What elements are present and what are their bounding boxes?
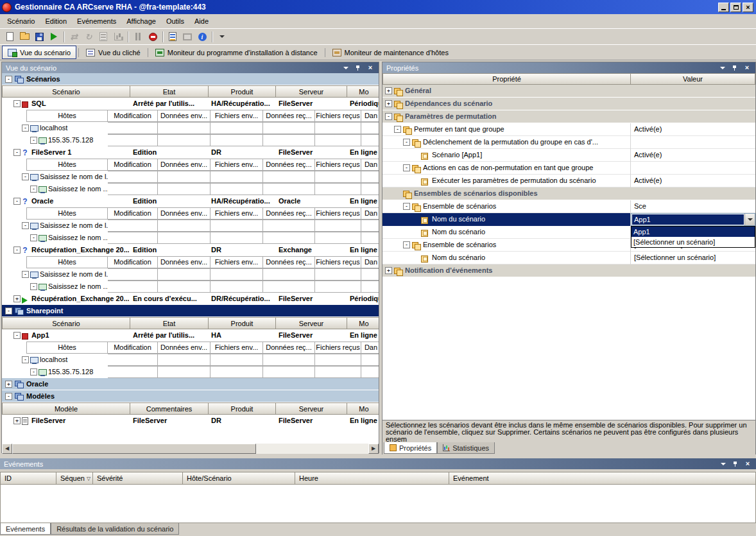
tree-row[interactable]: HôtesModificationDonnées env...Fichiers …: [2, 207, 379, 220]
tree-row[interactable]: +FileServerFileServerDRFileServerEn lign…: [2, 415, 379, 427]
tab-proprietes[interactable]: Propriétés: [384, 442, 437, 454]
tab-resultats-de-la-validation-du-scenario[interactable]: Résultats de la validation du scénario: [51, 523, 179, 535]
tree-row[interactable]: -155.35.75.128: [2, 366, 379, 378]
panel-close-button[interactable]: ×: [743, 64, 752, 72]
menu-item-aide[interactable]: Aide: [189, 15, 214, 27]
tree-row[interactable]: -Saisissez le nom ...: [2, 232, 379, 244]
panel-close-button[interactable]: ×: [366, 64, 375, 72]
suspend-button[interactable]: [131, 30, 145, 44]
property-row-nom-du-scenario[interactable]: Nom du scénarioApp1: [382, 213, 755, 226]
tree-row[interactable]: HôtesModificationDonnées env...Fichiers …: [2, 159, 379, 171]
report-center-button[interactable]: [166, 30, 180, 44]
expand-box[interactable]: -: [22, 173, 29, 180]
panel-menu-button[interactable]: [719, 460, 728, 468]
property-row-ensembles-de-scenarios-disponibles[interactable]: Ensembles de scénarios disponibles: [382, 187, 755, 200]
expand-box[interactable]: -: [13, 332, 21, 339]
tree-row[interactable]: -Scénarios: [2, 73, 379, 85]
run-button[interactable]: [47, 30, 61, 44]
expand-box[interactable]: -: [5, 393, 12, 400]
expand-box[interactable]: -: [13, 198, 21, 205]
scenario-group-oracle[interactable]: +Oracle: [2, 378, 379, 390]
expand-box[interactable]: -: [403, 164, 410, 171]
scenario-group-scenarios[interactable]: -Scénarios: [2, 73, 379, 85]
menu-item-scenario[interactable]: Scénario: [2, 15, 40, 27]
info-button[interactable]: i: [195, 30, 209, 44]
restore-button[interactable]: [730, 3, 741, 12]
scenario-group-sharepoint[interactable]: -Sharepoint: [2, 305, 379, 317]
scrollbar-thumb[interactable]: [12, 444, 256, 454]
column-header-serveur[interactable]: Serveur: [276, 317, 347, 329]
scrollbar-track[interactable]: [256, 444, 368, 454]
view-tab-vue-du-scenario[interactable]: Vue du scénario: [2, 46, 76, 59]
expand-box[interactable]: +: [13, 295, 21, 302]
column-header-commentaires[interactable]: Commentaires: [130, 402, 209, 415]
tree-row[interactable]: -Saisissez le nom ...: [2, 183, 379, 195]
expand-box[interactable]: -: [5, 76, 12, 83]
tree-row[interactable]: -?Récupération_Exchange 20...EditionDREx…: [2, 244, 379, 256]
expand-box[interactable]: -: [30, 368, 37, 376]
tree-row[interactable]: ScénarioEtatProduitServeurMo: [2, 317, 379, 329]
property-row-executer-les-parametres-de-permutation-du-scenario[interactable]: Exécuter les paramètres de permutation d…: [382, 175, 755, 187]
panel-menu-button[interactable]: [341, 64, 350, 72]
tree-row[interactable]: +Récupération_Exchange 20...En cours d'e…: [2, 293, 379, 305]
column-header-mo[interactable]: Mo: [347, 317, 379, 329]
menu-item-affichage[interactable]: Affichage: [121, 15, 161, 27]
view-tab-moniteur-de-maintenance-d-hotes[interactable]: Moniteur de maintenance d'hôtes: [327, 46, 454, 59]
tree-row[interactable]: -?FileServer 1EditionDRFileServerEn lign…: [2, 146, 379, 159]
tree-row[interactable]: -App1Arrêté par l'utilis...HAFileServerE…: [2, 329, 379, 341]
property-row-parametres-de-permutation[interactable]: -Paramètres de permutation: [382, 110, 755, 123]
expand-box[interactable]: -: [403, 139, 410, 146]
close-button[interactable]: ×: [743, 3, 753, 12]
events-column-id[interactable]: ID: [0, 472, 56, 485]
dropdown-item-selectionner-un-scenario[interactable]: [Sélectionner un scénario]: [631, 237, 755, 247]
expand-box[interactable]: -: [13, 100, 21, 107]
events-column-sequen[interactable]: Séquen▽: [56, 472, 93, 485]
events-column-hote-scenario[interactable]: Hôte/Scénario: [183, 472, 295, 485]
column-header-scenario[interactable]: Scénario: [2, 85, 130, 98]
expand-box[interactable]: -: [30, 283, 37, 290]
expand-box[interactable]: -: [30, 234, 37, 241]
minimize-button[interactable]: [718, 3, 729, 12]
tree-row[interactable]: HôtesModificationDonnées env...Fichiers …: [2, 110, 379, 122]
column-header-mo[interactable]: Mo: [347, 85, 379, 98]
expand-box[interactable]: -: [22, 271, 29, 278]
events-column-severite[interactable]: Sévérité: [93, 472, 183, 485]
stop-button[interactable]: [146, 30, 160, 44]
expand-box[interactable]: +: [385, 100, 392, 107]
difference-report-button[interactable]: [96, 30, 110, 44]
column-header-etat[interactable]: Etat: [130, 317, 209, 329]
property-row-dependances-du-scenario[interactable]: +Dépendances du scénario: [382, 98, 755, 110]
property-row-permuter-en-tant-que-groupe[interactable]: -Permuter en tant que groupeActivé(e): [382, 123, 755, 136]
property-row-actions-en-cas-de-non-permutation-en-tant-que-groupe[interactable]: -Actions en cas de non-permutation en ta…: [382, 162, 755, 175]
menu-item-edition[interactable]: Edition: [40, 15, 72, 27]
panel-pin-button[interactable]: [730, 64, 739, 72]
tab-statistiques[interactable]: Statistiques: [437, 442, 495, 454]
expand-box[interactable]: -: [30, 186, 37, 193]
expand-box[interactable]: +: [385, 267, 392, 274]
scroll-right-button[interactable]: ▶: [368, 444, 379, 454]
tree-row[interactable]: ScénarioEtatProduitServeurMo: [2, 85, 379, 98]
synchronize-button[interactable]: ⇄: [67, 30, 81, 44]
property-row-notification-d-evenements[interactable]: +Notification d'événements: [382, 264, 755, 277]
tree-row[interactable]: -SQLArrêté par l'utilis...HA/Récupératio…: [2, 98, 379, 110]
expand-box[interactable]: -: [5, 307, 12, 315]
expand-box[interactable]: -: [22, 356, 29, 363]
property-row-scenario-app1[interactable]: Scénario [App1]Activé(e): [382, 149, 755, 162]
column-header-mo[interactable]: Mo: [347, 402, 379, 415]
view-tab-vue-du-cliche[interactable]: Vue du cliché: [81, 46, 146, 59]
panel-menu-button[interactable]: [718, 64, 727, 72]
panel-pin-button[interactable]: [354, 64, 363, 72]
expand-box[interactable]: -: [22, 222, 29, 229]
new-group-button[interactable]: [17, 30, 31, 44]
expand-box[interactable]: -: [394, 126, 401, 133]
expand-box[interactable]: -: [403, 241, 410, 248]
value-column-header[interactable]: Valeur: [631, 73, 755, 85]
property-row-declenchement-de-la-permutation-du-groupe-en-cas-d[interactable]: -Déclenchement de la permutation du grou…: [382, 136, 755, 149]
tree-row[interactable]: -?OracleEditionHA/Récupératio...OracleEn…: [2, 195, 379, 207]
tree-row[interactable]: -Saisissez le nom de l...: [2, 171, 379, 183]
host-maintenance-button[interactable]: [180, 30, 194, 44]
column-header-produit[interactable]: Produit: [209, 402, 276, 415]
dropdown-item-app1[interactable]: App1: [631, 227, 755, 237]
property-row-general[interactable]: +Général: [382, 85, 755, 98]
tree-row[interactable]: -Saisissez le nom de l...: [2, 268, 379, 281]
